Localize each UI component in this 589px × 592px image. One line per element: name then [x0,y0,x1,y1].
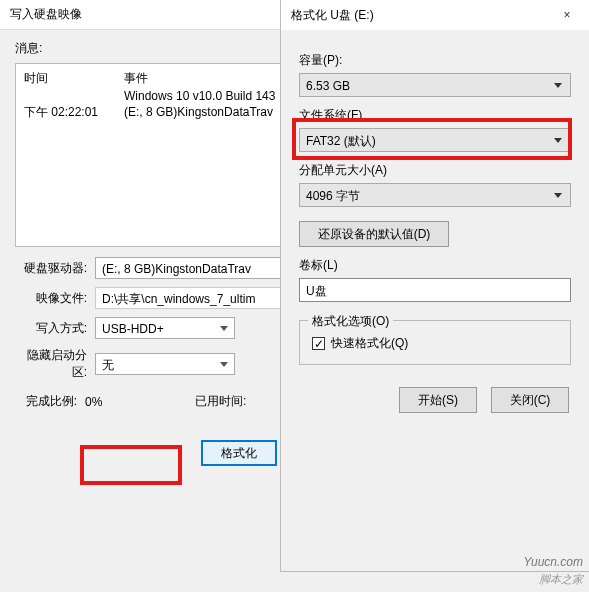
quick-format-label: 快速格式化(Q) [331,335,408,352]
allocation-combo[interactable]: 4096 字节 [299,183,571,207]
log-header-event: 事件 [124,70,148,87]
method-label: 写入方式: [15,320,95,337]
log-time-cell: 下午 02:22:01 [24,104,124,120]
front-content: 容量(P): 6.53 GB 文件系统(F) FAT32 (默认) 分配单元大小… [281,30,589,421]
drive-label: 硬盘驱动器: [15,260,95,277]
front-titlebar: 格式化 U盘 (E:) × [281,0,589,30]
front-button-row: 开始(S) 关闭(C) [299,387,571,413]
watermark-line1: Yuucn.com [523,554,583,571]
start-button-label: 开始(S) [418,392,458,409]
log-time-cell [24,88,124,104]
progress-label: 完成比例: [15,393,85,410]
capacity-value: 6.53 GB [306,79,350,93]
image-value: D:\共享\cn_windows_7_ultim [102,292,255,306]
close-button[interactable]: 关闭(C) [491,387,569,413]
volume-label-value: U盘 [306,284,327,298]
hidden-combo[interactable]: 无 [95,353,235,375]
volume-label-input[interactable]: U盘 [299,278,571,302]
drive-value: (E:, 8 GB)KingstonDataTrav [102,262,251,276]
allocation-value: 4096 字节 [306,189,360,203]
format-dialog: 格式化 U盘 (E:) × 容量(P): 6.53 GB 文件系统(F) FAT… [280,0,589,572]
format-button-label: 格式化 [221,445,257,462]
method-value: USB-HDD+ [102,322,164,336]
restore-defaults-button[interactable]: 还原设备的默认值(D) [299,221,449,247]
image-label: 映像文件: [15,290,95,307]
back-title: 写入硬盘映像 [10,6,82,23]
watermark: Yuucn.com 脚本之家 [523,554,583,588]
capacity-combo[interactable]: 6.53 GB [299,73,571,97]
filesystem-combo[interactable]: FAT32 (默认) [299,128,571,152]
hidden-label: 隐藏启动分区: [15,347,95,381]
capacity-label: 容量(P): [299,52,571,69]
allocation-label: 分配单元大小(A) [299,162,571,179]
volume-label-label: 卷标(L) [299,257,571,274]
quick-format-row[interactable]: ✓ 快速格式化(Q) [312,335,558,352]
method-combo[interactable]: USB-HDD+ [95,317,235,339]
elapsed-label: 已用时间: [195,393,255,410]
format-options-legend: 格式化选项(O) [308,313,393,330]
log-header-time: 时间 [24,70,124,87]
restore-button-label: 还原设备的默认值(D) [318,226,431,243]
filesystem-label: 文件系统(F) [299,107,571,124]
start-button[interactable]: 开始(S) [399,387,477,413]
close-button-label: 关闭(C) [510,392,551,409]
quick-format-checkbox[interactable]: ✓ [312,337,325,350]
format-button[interactable]: 格式化 [201,440,277,466]
watermark-line2: 脚本之家 [523,571,583,588]
filesystem-value: FAT32 (默认) [306,134,376,148]
close-icon[interactable]: × [545,0,589,30]
front-title: 格式化 U盘 (E:) [291,7,374,24]
hidden-value: 无 [102,358,114,372]
progress-value: 0% [85,395,195,409]
